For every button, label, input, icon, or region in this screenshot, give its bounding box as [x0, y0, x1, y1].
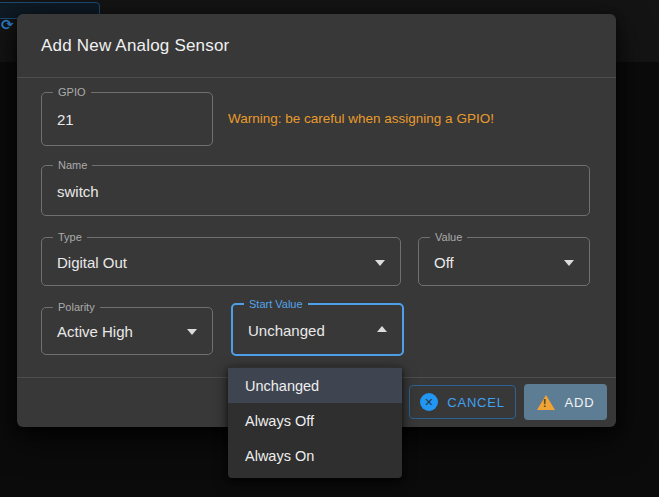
polarity-select[interactable]: Polarity Active High: [41, 307, 213, 355]
name-field-value: switch: [57, 182, 99, 199]
refresh-icon: ⟳: [1, 17, 17, 33]
menu-item-always-on[interactable]: Always On: [228, 438, 402, 473]
start-value-dropdown-menu: Unchanged Always Off Always On: [228, 366, 402, 478]
add-button-label: ADD: [565, 395, 595, 410]
menu-item-unchanged[interactable]: Unchanged: [228, 368, 402, 403]
dialog-title: Add New Analog Sensor: [41, 36, 230, 56]
gpio-field-value: 21: [57, 111, 74, 128]
warning-triangle-icon: !: [537, 395, 555, 410]
name-field[interactable]: Name switch: [41, 165, 590, 216]
start-value-select-value: Unchanged: [248, 321, 325, 338]
cancel-circle-x-icon: ✕: [420, 393, 438, 411]
add-button[interactable]: ! ADD: [524, 384, 607, 420]
chevron-up-icon: [377, 326, 387, 332]
header-divider: [17, 77, 616, 78]
value-select-label: Value: [430, 231, 467, 243]
polarity-select-value: Active High: [57, 323, 133, 340]
name-field-label: Name: [53, 159, 92, 171]
start-value-select-label: Start Value: [244, 298, 308, 310]
screen: { "background": { "refresh_icon_glyph": …: [0, 0, 659, 497]
type-select[interactable]: Type Digital Out: [41, 237, 401, 286]
gpio-field[interactable]: GPIO 21: [41, 92, 213, 146]
start-value-select[interactable]: Start Value Unchanged: [231, 303, 404, 356]
cancel-button[interactable]: ✕ CANCEL: [409, 385, 516, 419]
type-select-value: Digital Out: [57, 253, 127, 270]
value-select-value: Off: [434, 253, 454, 270]
menu-item-always-off[interactable]: Always Off: [228, 403, 402, 438]
gpio-field-label: GPIO: [53, 86, 91, 98]
type-select-label: Type: [53, 231, 87, 243]
value-select[interactable]: Value Off: [418, 237, 590, 286]
cancel-button-label: CANCEL: [447, 395, 505, 410]
chevron-down-icon: [375, 260, 385, 266]
chevron-down-icon: [564, 260, 574, 266]
gpio-warning-text: Warning: be careful when assigning a GPI…: [228, 111, 598, 126]
polarity-select-label: Polarity: [53, 301, 100, 313]
chevron-down-icon: [187, 329, 197, 335]
